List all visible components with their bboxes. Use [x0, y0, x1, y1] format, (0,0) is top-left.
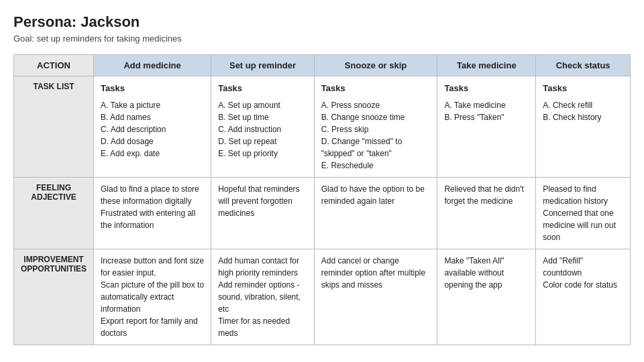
- cell-content-r2-c0: Increase button and font size for easier…: [101, 255, 204, 339]
- cell-title-r0-c4: Tasks: [543, 82, 623, 95]
- page-title: Persona: Jackson: [13, 13, 631, 31]
- cell-content-r2-c2: Add cancel or change reminder option aft…: [321, 255, 431, 291]
- page-goal: Goal: set up reminders for taking medici…: [13, 34, 631, 44]
- cell-content-r1-c0: Glad to find a place to store these info…: [101, 183, 204, 231]
- cell-r1-c2: Glad to have the option to be reminded a…: [314, 177, 437, 249]
- cell-title-r0-c1: Tasks: [218, 82, 307, 95]
- cell-content-r2-c4: Add "Refill" countdown Color code for st…: [543, 255, 623, 291]
- cell-title-r0-c2: Tasks: [321, 82, 431, 95]
- row-label-1: FEELING ADJECTIVE: [14, 177, 94, 249]
- cell-r2-c3: Make "Taken All" available without openi…: [437, 249, 536, 345]
- cell-content-r1-c4: Pleased to find medication history Conce…: [543, 183, 623, 243]
- cell-content-r0-c0: A. Take a picture B. Add names C. Add de…: [101, 99, 204, 160]
- cell-content-r1-c2: Glad to have the option to be reminded a…: [321, 183, 431, 207]
- cell-r2-c0: Increase button and font size for easier…: [94, 249, 211, 345]
- header-col2: Set up reminder: [211, 55, 315, 76]
- cell-r1-c1: Hopeful that reminders will prevent forg…: [211, 177, 315, 249]
- cell-r1-c3: Relieved that he didn't forget the medic…: [437, 177, 536, 249]
- table-body: TASK LISTTasksA. Take a picture B. Add n…: [14, 76, 631, 345]
- cell-r0-c1: TasksA. Set up amount B. Set up time C. …: [211, 76, 315, 178]
- cell-content-r1-c1: Hopeful that reminders will prevent forg…: [218, 183, 307, 219]
- cell-r0-c4: TasksA. Check refill B. Check history: [536, 76, 631, 178]
- cell-content-r2-c3: Make "Taken All" available without openi…: [444, 255, 529, 291]
- cell-title-r0-c0: Tasks: [101, 82, 204, 95]
- cell-content-r1-c3: Relieved that he didn't forget the medic…: [444, 183, 529, 207]
- header-col3: Snooze or skip: [314, 55, 437, 76]
- row-label-0: TASK LIST: [14, 76, 94, 178]
- header-col4: Take medicine: [437, 55, 536, 76]
- header-col1: Add medicine: [94, 55, 211, 76]
- cell-content-r2-c1: Add human contact for high priority remi…: [218, 255, 307, 339]
- table-row: IMPROVEMENT OPPORTUNITIESIncrease button…: [14, 249, 631, 345]
- cell-content-r0-c3: A. Take medicine B. Press "Taken": [444, 99, 529, 123]
- cell-r1-c4: Pleased to find medication history Conce…: [536, 177, 631, 249]
- header-col5: Check status: [536, 55, 631, 76]
- cell-r0-c3: TasksA. Take medicine B. Press "Taken": [437, 76, 536, 178]
- table-row: TASK LISTTasksA. Take a picture B. Add n…: [14, 76, 631, 178]
- cell-r2-c1: Add human contact for high priority remi…: [211, 249, 315, 345]
- ux-journey-table: ACTION Add medicine Set up reminder Snoo…: [13, 54, 631, 345]
- table-row: FEELING ADJECTIVEGlad to find a place to…: [14, 177, 631, 249]
- cell-r2-c2: Add cancel or change reminder option aft…: [314, 249, 437, 345]
- cell-r0-c2: TasksA. Press snooze B. Change snooze ti…: [314, 76, 437, 178]
- cell-content-r0-c1: A. Set up amount B. Set up time C. Add i…: [218, 99, 307, 160]
- cell-content-r0-c4: A. Check refill B. Check history: [543, 99, 623, 123]
- cell-r2-c4: Add "Refill" countdown Color code for st…: [536, 249, 631, 345]
- cell-r0-c0: TasksA. Take a picture B. Add names C. A…: [94, 76, 211, 178]
- cell-r1-c0: Glad to find a place to store these info…: [94, 177, 211, 249]
- header-action: ACTION: [14, 55, 94, 76]
- row-label-2: IMPROVEMENT OPPORTUNITIES: [14, 249, 94, 345]
- cell-content-r0-c2: A. Press snooze B. Change snooze time C.…: [321, 99, 431, 172]
- cell-title-r0-c3: Tasks: [444, 82, 529, 95]
- table-header-row: ACTION Add medicine Set up reminder Snoo…: [14, 55, 631, 76]
